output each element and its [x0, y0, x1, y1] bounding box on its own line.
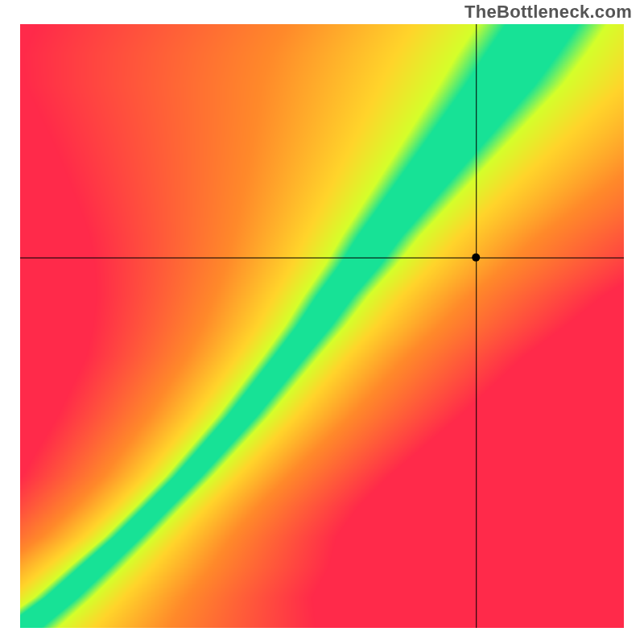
heatmap-container	[20, 24, 624, 628]
heatmap-canvas	[20, 24, 624, 628]
watermark-text: TheBottleneck.com	[464, 2, 632, 23]
